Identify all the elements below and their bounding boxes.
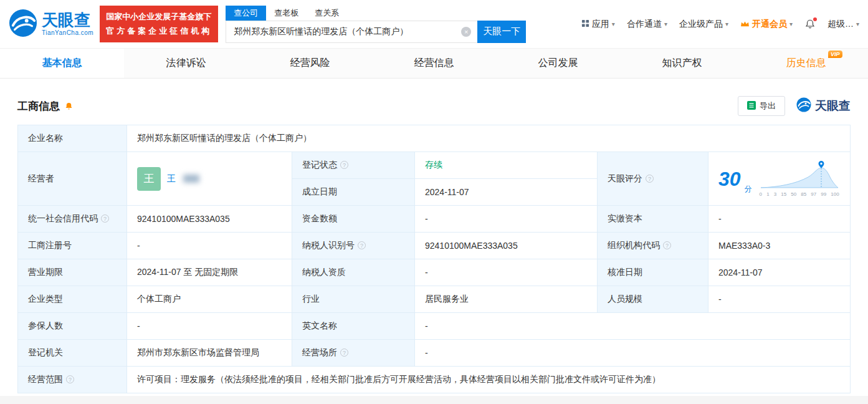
tab-history-info[interactable]: 历史信息 VIP	[744, 49, 868, 78]
tab-legal-proceedings[interactable]: 法律诉讼	[124, 49, 248, 78]
info-icon[interactable]	[340, 349, 348, 357]
certification-badge: 国家中小企业发展子基金旗下 官方备案企业征信机构	[100, 6, 218, 43]
info-icon[interactable]	[66, 375, 74, 383]
info-icon[interactable]	[663, 241, 671, 249]
table-row: 经营者 王 王 登记状态 存续 天眼评分 30 分	[18, 152, 851, 179]
cell-value-business-scope: 许可项目：理发服务（依法须经批准的项目，经相关部门批准后方可开展经营活动，具体经…	[127, 367, 851, 393]
label-text: 人员规模	[608, 294, 642, 304]
header-nav: 应用 ▾ 合作通道 ▾ 企业级产品 ▾ 开通会员 ▾ 超级… ▾	[581, 19, 859, 30]
label-text: 参保人数	[28, 320, 63, 330]
label-text: 经营者	[28, 173, 54, 183]
cell-value-staff-size: -	[708, 286, 851, 313]
clear-search-icon[interactable]	[461, 27, 471, 37]
label-text: 天眼评分	[608, 173, 642, 183]
score-axis: 0 1 3 15 50 85 97 99 100	[760, 191, 839, 197]
cell-label-reg-status: 登记状态	[292, 152, 415, 179]
nav-open-vip[interactable]: 开通会员 ▾	[740, 19, 793, 30]
cell-label-reg-number: 工商注册号	[18, 233, 127, 259]
brand-name: 天眼查	[42, 12, 93, 29]
tianyancha-watermark-icon	[796, 97, 811, 115]
value-text: 92410100MAE333A035	[425, 241, 518, 251]
value-text: 郑州市郑东新区市场监督管理局	[137, 347, 259, 357]
cell-label-company-name: 企业名称	[18, 125, 127, 152]
tab-company-development-label: 公司发展	[538, 57, 578, 68]
nav-enterprise-products[interactable]: 企业级产品 ▾	[679, 19, 728, 30]
masked-name	[183, 175, 199, 183]
value-text: -	[425, 321, 428, 331]
crown-icon	[740, 19, 750, 29]
subscribe-bell-icon[interactable]	[64, 102, 74, 111]
search-tab-company[interactable]: 查公司	[226, 6, 266, 21]
score-distribution-chart: 0 1 3 15 50 85 97 99 100	[760, 160, 839, 197]
label-text: 经营范围	[28, 374, 63, 384]
cell-value-paid-capital: -	[708, 206, 851, 233]
axis-tick: 50	[791, 191, 796, 197]
info-icon[interactable]	[646, 175, 654, 183]
cell-value-reg-authority: 郑州市郑东新区市场监督管理局	[127, 340, 292, 367]
tab-operation-info-label: 经营信息	[414, 57, 454, 68]
cell-value-company-name: 郑州郑东新区听懂话的理发店（个体工商户）	[127, 125, 851, 152]
badge-line2: 官方备案企业征信机构	[106, 24, 212, 39]
cell-value-org-code: MAE333A0-3	[708, 233, 851, 259]
tab-operation-info[interactable]: 经营信息	[372, 49, 496, 78]
tab-basic-info[interactable]: 基本信息	[0, 49, 124, 78]
axis-tick: 100	[831, 191, 839, 197]
info-icon[interactable]	[101, 214, 109, 223]
tianyancha-watermark-logo: 天眼查	[796, 97, 851, 115]
value-text: -	[425, 348, 428, 358]
table-row: 企业名称 郑州郑东新区听懂话的理发店（个体工商户）	[18, 125, 851, 152]
cell-label-industry: 行业	[292, 286, 415, 313]
value-text: -	[425, 214, 428, 224]
cell-label-insured-count: 参保人数	[18, 313, 127, 340]
search-input[interactable]	[226, 21, 477, 43]
tab-operation-risk-label: 经营风险	[290, 57, 330, 68]
label-text: 实缴资本	[608, 213, 642, 223]
value-text: -	[137, 321, 140, 331]
tab-operation-risk[interactable]: 经营风险	[248, 49, 372, 78]
export-button[interactable]: 导出	[738, 96, 785, 116]
search-button[interactable]: 天眼一下	[477, 21, 526, 43]
value-text: 2024-11-07 至 无固定期限	[137, 267, 238, 277]
nav-apps[interactable]: 应用 ▾	[581, 19, 615, 30]
notification-bell[interactable]	[804, 19, 816, 30]
table-row: 企业类型 个体工商户 行业 居民服务业 人员规模 -	[18, 286, 851, 313]
info-icon[interactable]	[358, 241, 366, 249]
cell-label-capital-amount: 资金数额	[292, 206, 415, 233]
cell-label-org-code: 组织机构代码	[598, 233, 708, 259]
info-icon[interactable]	[340, 161, 348, 169]
search-tab-boss[interactable]: 查老板	[266, 6, 307, 21]
search-tab-relation[interactable]: 查关系	[307, 6, 347, 21]
cell-value-reg-number: -	[127, 233, 292, 259]
tab-intellectual-property[interactable]: 知识产权	[620, 49, 744, 78]
nav-super-account[interactable]: 超级… ▾	[827, 19, 859, 30]
cell-value-business-term: 2024-11-07 至 无固定期限	[127, 259, 292, 286]
cell-value-taxpayer-qualification: -	[415, 259, 598, 286]
tab-intellectual-property-label: 知识产权	[662, 57, 702, 68]
nav-cooperation[interactable]: 合作通道 ▾	[627, 19, 667, 30]
value-text: MAE333A0-3	[718, 241, 770, 251]
tab-company-development[interactable]: 公司发展	[496, 49, 620, 78]
brand-logo[interactable]: 天眼查 TianYanCha.com	[9, 9, 93, 40]
operator-name-link[interactable]: 王	[167, 173, 176, 185]
label-text: 经营场所	[302, 347, 337, 357]
cell-label-operator: 经营者	[18, 152, 127, 206]
cell-label-score: 天眼评分	[598, 152, 708, 206]
nav-enterprise-products-label: 企业级产品	[679, 19, 723, 30]
cell-label-reg-authority: 登记机关	[18, 340, 127, 367]
table-row: 登记机关 郑州市郑东新区市场监督管理局 经营场所 -	[18, 340, 851, 367]
axis-tick: 85	[801, 191, 806, 197]
cell-label-paid-capital: 实缴资本	[598, 206, 708, 233]
value-text: 许可项目：理发服务（依法须经批准的项目，经相关部门批准后方可开展经营活动，具体经…	[137, 374, 661, 384]
operator-avatar[interactable]: 王	[137, 167, 161, 191]
cell-label-credit-code: 统一社会信用代码	[18, 206, 127, 233]
table-row: 统一社会信用代码 92410100MAE333A035 资金数额 - 实缴资本 …	[18, 206, 851, 233]
value-text: 2024-11-07	[425, 187, 469, 197]
cell-label-establish-date: 成立日期	[292, 179, 415, 206]
chevron-down-icon: ▾	[664, 21, 667, 27]
chevron-down-icon: ▾	[856, 21, 859, 27]
axis-tick: 0	[760, 191, 762, 197]
brand-logo-icon	[9, 9, 37, 40]
label-text: 纳税人资质	[302, 267, 346, 277]
nav-super-account-label: 超级…	[827, 19, 854, 30]
search-area: 查公司 查老板 查关系 天眼一下	[226, 6, 526, 43]
